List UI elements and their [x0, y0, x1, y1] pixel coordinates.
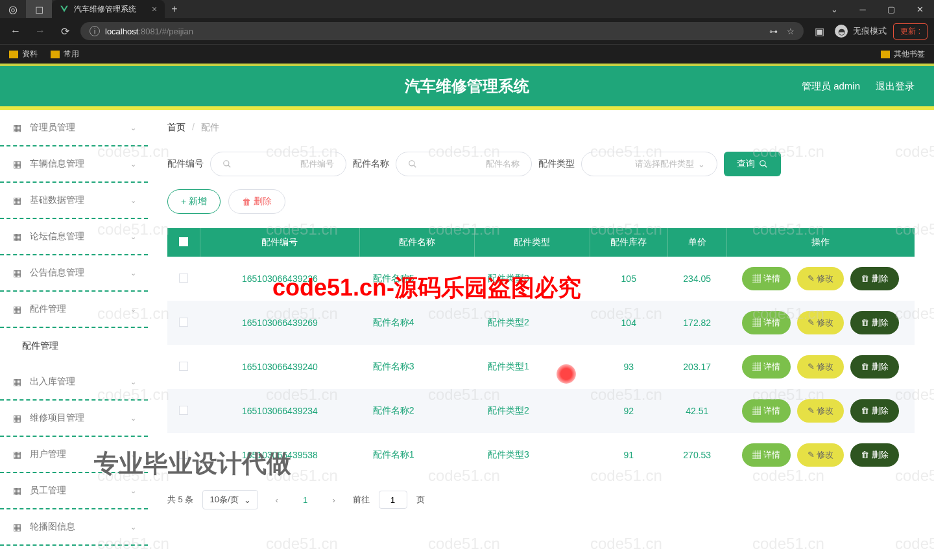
close-icon[interactable]: ×	[152, 4, 157, 14]
goto-label: 前往	[353, 494, 370, 506]
star-icon[interactable]: ☆	[787, 27, 795, 36]
close-window-button[interactable]: ✕	[905, 0, 934, 18]
row-checkbox[interactable]	[179, 450, 188, 459]
current-user[interactable]: 管理员 admin	[802, 80, 860, 93]
edit-button[interactable]: ✎ 修改	[797, 399, 844, 423]
menu-icon: ▦	[12, 268, 22, 278]
folder-icon	[51, 51, 60, 58]
row-checkbox[interactable]	[179, 362, 188, 371]
logout-link[interactable]: 退出登录	[876, 80, 915, 93]
select-all-checkbox[interactable]	[179, 237, 188, 246]
edit-button[interactable]: ✎ 修改	[797, 311, 844, 334]
cell-type: 配件类型2	[475, 389, 590, 433]
query-button[interactable]: 查询	[724, 152, 781, 176]
name-input[interactable]: 配件名称	[396, 152, 532, 176]
cell-name: 配件名称2	[360, 389, 475, 433]
sidebar-item-0[interactable]: ▦管理员管理⌄	[0, 110, 148, 146]
type-label: 配件类型	[538, 158, 575, 170]
bookmark-folder-2[interactable]: 常用	[51, 49, 79, 60]
detail-button[interactable]: ▦ 详情	[742, 355, 791, 379]
system-tab-2[interactable]: ◻	[26, 0, 52, 18]
detail-button[interactable]: ▦ 详情	[742, 399, 791, 423]
search-icon	[222, 159, 232, 169]
table-header: 操作	[726, 228, 915, 257]
folder-icon	[881, 51, 890, 58]
cell-name: 配件名称1	[360, 433, 475, 477]
row-checkbox[interactable]	[179, 274, 188, 283]
menu-icon: ▦	[12, 122, 22, 133]
menu-icon: ▦	[12, 195, 22, 205]
sidebar-item-6[interactable]: 配件管理	[0, 328, 148, 364]
breadcrumb-home[interactable]: 首页	[167, 122, 186, 132]
sidebar-item-3[interactable]: ▦论坛信息管理⌄	[0, 219, 148, 255]
back-button[interactable]: ←	[6, 22, 25, 40]
row-checkbox[interactable]	[179, 406, 188, 415]
url-input[interactable]: i localhost:8081/#/peijian ⊶ ☆	[80, 22, 804, 40]
delete-button[interactable]: 🗑 删除	[850, 355, 899, 379]
delete-button[interactable]: 🗑 删除	[850, 267, 899, 290]
reload-button[interactable]: ⟳	[56, 22, 74, 40]
detail-button[interactable]: ▦ 详情	[742, 443, 791, 467]
delete-button[interactable]: 🗑 删除	[850, 311, 899, 334]
prev-page-button[interactable]: ‹	[267, 490, 287, 509]
sidebar-item-label: 员工管理	[30, 485, 66, 496]
sidebar-item-9[interactable]: ▦用户管理⌄	[0, 437, 148, 473]
sidebar-item-label: 出入库管理	[30, 376, 75, 388]
cell-type: 配件类型3	[475, 257, 590, 301]
cell-name: 配件名称3	[360, 345, 475, 389]
delete-button[interactable]: 🗑 删除	[850, 443, 899, 467]
sidebar-item-10[interactable]: ▦员工管理⌄	[0, 473, 148, 509]
page-size-select[interactable]: 10条/页⌄	[202, 490, 257, 509]
delete-button[interactable]: 🗑 删除	[850, 399, 899, 423]
detail-button[interactable]: ▦ 详情	[742, 267, 791, 290]
goto-page-input[interactable]	[379, 491, 407, 509]
key-icon[interactable]: ⊶	[769, 27, 778, 36]
search-form: 配件编号 配件编号 配件名称 配件名称 配件类型 请选择配件类型 ⌄ 查询	[167, 152, 915, 176]
search-icon	[759, 159, 768, 169]
sidebar-item-5[interactable]: ▦配件管理⌄	[0, 292, 148, 328]
cell-type: 配件类型2	[475, 301, 590, 345]
chevron-down-icon[interactable]: ⌄	[820, 0, 848, 18]
next-page-button[interactable]: ›	[324, 490, 344, 509]
edit-button[interactable]: ✎ 修改	[797, 443, 844, 467]
sidebar-item-2[interactable]: ▦基础数据管理⌄	[0, 183, 148, 219]
sidebar-item-label: 维修项目管理	[30, 412, 84, 424]
site-info-icon[interactable]: i	[90, 26, 100, 36]
sidebar-item-8[interactable]: ▦维修项目管理⌄	[0, 401, 148, 437]
main-content: 首页 / 配件 配件编号 配件编号 配件名称 配件名称 配件类型 请选择配件类型…	[148, 110, 934, 560]
sidebar-item-1[interactable]: ▦车辆信息管理⌄	[0, 146, 148, 183]
url-bar: ← → ⟳ i localhost:8081/#/peijian ⊶ ☆ ▣ ◓…	[0, 18, 934, 44]
update-button[interactable]: 更新 :	[893, 23, 928, 40]
page-1-button[interactable]: 1	[296, 490, 315, 509]
page-unit: 页	[416, 494, 425, 506]
new-tab-button[interactable]: +	[165, 3, 184, 15]
bookmark-folder-1[interactable]: 资料	[9, 49, 38, 60]
maximize-button[interactable]: ▢	[877, 0, 905, 18]
system-tab-1[interactable]: ◎	[0, 0, 26, 18]
detail-button[interactable]: ▦ 详情	[742, 311, 791, 334]
type-select[interactable]: 请选择配件类型 ⌄	[581, 152, 717, 176]
edit-button[interactable]: ✎ 修改	[797, 355, 844, 379]
forward-button[interactable]: →	[31, 22, 49, 40]
other-bookmarks[interactable]: 其他书签	[881, 49, 925, 60]
sidebar-item-label: 用户管理	[30, 449, 66, 460]
menu-icon: ▦	[12, 522, 22, 532]
cell-price: 270.53	[667, 433, 726, 477]
chevron-down-icon: ⌄	[130, 233, 136, 241]
code-input[interactable]: 配件编号	[210, 152, 346, 176]
batch-delete-button[interactable]: 🗑 删除	[228, 189, 285, 214]
extension-icon[interactable]: ▣	[810, 22, 828, 40]
browser-tab-active[interactable]: 汽车维修管理系统 ×	[52, 0, 165, 18]
pagination: 共 5 条 10条/页⌄ ‹ 1 › 前往 页	[167, 490, 915, 509]
bookmarks-bar: 资料 常用 其他书签	[0, 44, 934, 64]
edit-button[interactable]: ✎ 修改	[797, 267, 844, 290]
sidebar-item-11[interactable]: ▦轮播图信息⌄	[0, 509, 148, 546]
minimize-button[interactable]: ─	[848, 0, 877, 18]
add-button[interactable]: + 新增	[167, 189, 221, 214]
table-row: 165103066439269配件名称4配件类型2104172.82▦ 详情✎ …	[167, 301, 915, 345]
sidebar-item-label: 车辆信息管理	[30, 158, 84, 170]
sidebar-item-7[interactable]: ▦出入库管理⌄	[0, 364, 148, 401]
sidebar-item-4[interactable]: ▦公告信息管理⌄	[0, 255, 148, 292]
vue-icon	[60, 5, 69, 14]
row-checkbox[interactable]	[179, 318, 188, 327]
